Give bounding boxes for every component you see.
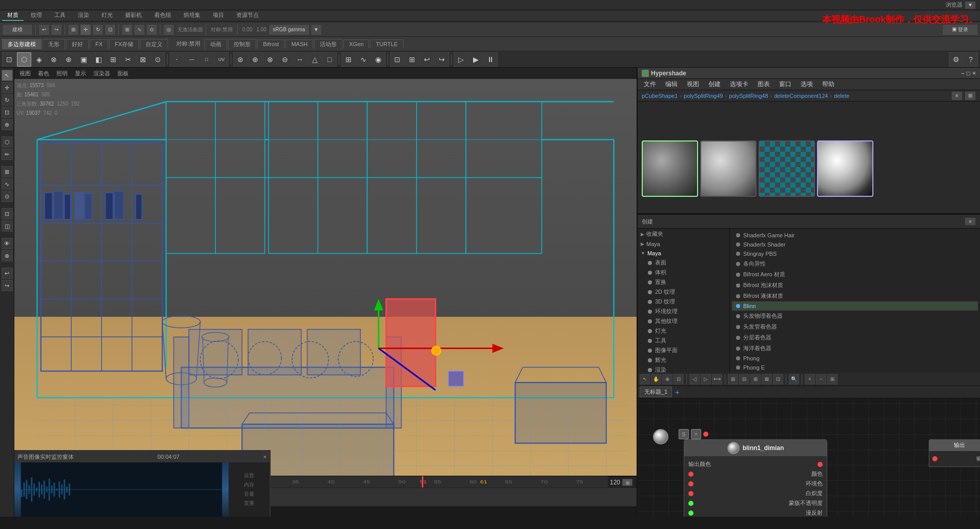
hs-menu-file[interactable]: 文件 [640, 79, 660, 90]
ne-icon-select[interactable]: ↖ [640, 374, 650, 384]
tab-control-shape[interactable]: 控制形 [228, 39, 256, 49]
ne-icon-align-top[interactable]: ⊠ [762, 374, 772, 384]
ne-icon-align-bottom[interactable]: ⊡ [773, 374, 783, 384]
hs-tab-project[interactable]: 项目 [208, 10, 229, 21]
browser-options-btn[interactable]: ▼ [965, 1, 976, 9]
icon-extrude[interactable]: ▣ [76, 52, 91, 67]
tab-mash[interactable]: MASH [285, 39, 313, 48]
swatch-checker[interactable] [759, 140, 815, 197]
shader-phonge[interactable]: Phong E [732, 363, 978, 372]
sidebar-rotate[interactable]: ↻ [2, 94, 13, 106]
ne-icon-show-both[interactable]: ⟷ [712, 374, 722, 384]
icon-snap-grid[interactable]: ⊞ [341, 52, 356, 67]
shader-stingray[interactable]: Stingray PBS [732, 249, 978, 258]
hs-menu-create[interactable]: 创建 [704, 79, 725, 90]
ne-icon-align-left[interactable]: ⊟ [739, 374, 749, 384]
video-close-btn[interactable]: × [263, 454, 267, 460]
tab-rigging[interactable]: 无形 [43, 39, 65, 49]
icon-ipr[interactable]: ▶ [468, 52, 483, 67]
incandescence-input-port[interactable] [688, 491, 693, 496]
icon-snap-surface[interactable]: ◉ [371, 52, 385, 67]
ne-icon-zoom[interactable]: ⊕ [662, 374, 672, 384]
tab-modeling[interactable]: 多边形建模 [2, 39, 42, 49]
icon-select[interactable]: ⊡ [2, 52, 16, 67]
sidebar-show-manip[interactable]: ⊕ [2, 119, 13, 130]
tab-animation[interactable]: 好好 [66, 39, 89, 49]
tab-animation2[interactable]: 动画 [205, 39, 227, 49]
sidebar-scale[interactable]: ⊡ [2, 107, 13, 118]
grid-view-btn[interactable]: ⊞ [965, 91, 976, 100]
snap-grid[interactable]: ⊞ [121, 24, 133, 35]
ne-icon-grid[interactable]: ⊞ [827, 374, 838, 384]
subcat-3d[interactable]: 3D 纹理 [638, 297, 729, 307]
cat-maya2[interactable]: ▼ Maya [638, 249, 729, 258]
icon-render[interactable]: ▷ [454, 52, 468, 67]
gamma-settings[interactable]: ▼ [311, 24, 322, 35]
hs-tab-tools[interactable]: 工具 [49, 10, 71, 21]
tab-active-shape[interactable]: 活动形 [314, 39, 342, 49]
icon-connect[interactable]: ⊠ [136, 52, 150, 67]
hs-tab-render[interactable]: 渲染 [73, 10, 94, 21]
breadcrumb-item1[interactable]: pCubeShape1 [642, 93, 678, 99]
icon-lasso[interactable]: ⬡ [17, 52, 31, 67]
sidebar-snap-grid[interactable]: ⊞ [2, 166, 13, 177]
icon-mirror[interactable]: ↔ [293, 52, 307, 67]
list-view-btn[interactable]: ≡ [951, 91, 963, 100]
cat-maya1[interactable]: ▶ Maya [638, 239, 729, 249]
ne-tab-1[interactable]: 无标题_1 [640, 386, 672, 397]
shader-bifrost-aero[interactable]: Bifrost Aero 材质 [732, 269, 978, 280]
hs-close-btn[interactable]: × [972, 70, 976, 77]
output-in-port[interactable] [932, 456, 937, 461]
icon-vertex[interactable]: • [170, 52, 184, 67]
subcat-other[interactable]: 其他纹理 [638, 316, 729, 326]
tab-fx[interactable]: FX [90, 39, 108, 48]
node-canvas[interactable]: S = blinn1_dimian [638, 398, 980, 517]
breadcrumb-item2[interactable]: polySplitRing49 [684, 93, 723, 99]
hs-menu-view[interactable]: 视图 [683, 79, 703, 90]
swatch-2[interactable] [700, 140, 757, 197]
gamma-dropdown[interactable]: sRGB gamma [269, 24, 310, 35]
shader-layered[interactable]: 分层着色器 [732, 332, 978, 343]
subcat-volume[interactable]: 体积 [638, 268, 729, 277]
shader-hair-tube[interactable]: 头发管着色器 [732, 321, 978, 332]
icon-separate[interactable]: ⊗ [263, 52, 277, 67]
ne-output-port-top[interactable] [703, 432, 708, 437]
sidebar-select[interactable]: ↖ [2, 70, 13, 81]
shader-anisotropic[interactable]: 各向异性 [732, 258, 978, 269]
icon-quadrangulate[interactable]: □ [322, 52, 337, 67]
ne-icon-align-right[interactable]: ⊞ [750, 374, 761, 384]
ne-icon-layout[interactable]: ⊞ [728, 374, 738, 384]
shader-bifrost-liquid[interactable]: Bifrost 液体材质 [732, 291, 978, 301]
shader-ocean[interactable]: 海洋着色器 [732, 343, 978, 354]
shader-bifrost-foam[interactable]: Bifrost 泡沫材质 [732, 280, 978, 291]
subcat-imgplane[interactable]: 图像平面 [638, 345, 729, 355]
tab-custom[interactable]: 自定义 [140, 39, 168, 49]
icon-paint[interactable]: ◈ [32, 52, 46, 67]
sidebar-move[interactable]: ✛ [2, 82, 13, 93]
shader-hair-physical[interactable]: 头发物理着色器 [732, 311, 978, 321]
swatch-4[interactable] [817, 140, 873, 197]
scale-btn[interactable]: ⊡ [105, 24, 116, 35]
icon-bridge[interactable]: ⊞ [106, 52, 120, 67]
snap-point[interactable]: ⊙ [146, 24, 157, 35]
icon-uv[interactable]: UV [214, 52, 229, 67]
subcat-surface[interactable]: 表面 [638, 258, 729, 268]
swatch-1[interactable] [642, 140, 698, 197]
shader-shaderfx-hair[interactable]: Shaderfx Game Hair [732, 231, 978, 240]
hs-tab-light[interactable]: 灯光 [96, 10, 118, 21]
hs-menu-options[interactable]: 选项 [797, 79, 817, 90]
shader-blinn[interactable]: Blinn [732, 301, 978, 311]
create-close-btn[interactable]: × [965, 217, 976, 226]
redo-btn[interactable]: ↪ [51, 24, 62, 35]
breadcrumb-item4[interactable]: deleteComponent124 [774, 93, 828, 99]
ne-tab-add[interactable]: + [673, 388, 681, 396]
icon-multicut[interactable]: ✂ [121, 52, 135, 67]
sidebar-lasso[interactable]: ⬡ [2, 136, 13, 148]
icon-loop[interactable]: ⊕ [62, 52, 76, 67]
icon-triangulate[interactable]: △ [308, 52, 322, 67]
hs-tab-camera[interactable]: 摄影机 [120, 10, 147, 21]
sidebar-snap-pt[interactable]: ⊙ [2, 191, 13, 202]
diffuse-input-port[interactable] [688, 511, 693, 516]
icon-edge[interactable]: — [185, 52, 199, 67]
mode-dropdown[interactable]: 建模 [2, 24, 33, 35]
